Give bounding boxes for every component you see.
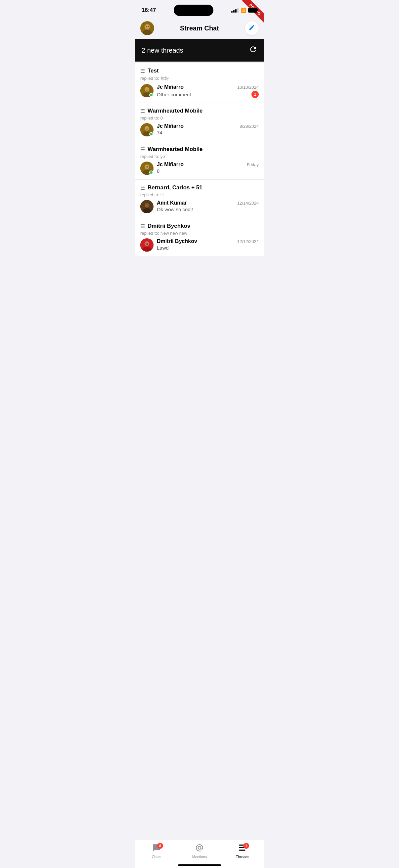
thread-channel-row: ☰ Bernard, Carlos + 51 (140, 184, 259, 191)
channel-name: Test (147, 67, 159, 74)
thread-channel-row: ☰ Dmitrii Bychkov (140, 223, 259, 229)
sender-row: Jc Miñarro 10/10/2024 (157, 84, 259, 90)
thread-item[interactable]: ☰ Test replied to: 你好 (135, 63, 264, 103)
svg-point-25 (147, 205, 148, 205)
channel-icon: ☰ (140, 146, 145, 153)
sender-name: Jc Miñarro (157, 84, 184, 90)
message-preview: Other comment (157, 92, 191, 97)
message-date: Friday (247, 162, 259, 167)
avatar-container (140, 161, 154, 175)
svg-point-14 (145, 128, 146, 128)
message-preview: 8 (157, 168, 160, 174)
svg-point-15 (147, 128, 148, 128)
sender-row: Jc Miñarro Friday (157, 161, 259, 167)
refresh-icon (249, 45, 257, 56)
new-threads-banner[interactable]: 2 new threads (135, 39, 264, 62)
thread-channel-row: ☰ Test (140, 67, 259, 74)
wifi-icon: 📶 (240, 8, 246, 13)
thread-item[interactable]: ☰ Bernard, Carlos + 51 replied to: Hi (135, 180, 264, 218)
sender-row: Jc Miñarro 8/28/2024 (157, 123, 259, 129)
svg-point-5 (148, 26, 148, 27)
message-date: 8/28/2024 (239, 124, 259, 129)
message-date: 10/10/2024 (237, 85, 259, 90)
svg-point-20 (147, 166, 148, 167)
avatar-container (140, 238, 154, 252)
message-preview: 74 (157, 130, 162, 135)
message-content: Jc Miñarro 8/28/2024 74 (157, 123, 259, 136)
avatar-container (140, 123, 154, 136)
message-row: Jc Miñarro 8/28/2024 74 (140, 123, 259, 136)
message-row: Dmitrii Bychkov 12/12/2024 Lawd (140, 238, 259, 252)
sender-row: Amit Kumar 12/14/2024 (157, 200, 259, 206)
thread-list: ☰ Test replied to: 你好 (135, 63, 264, 256)
message-preview: Ok wow so cool! (157, 207, 193, 212)
pencil-icon (248, 24, 255, 32)
message-date: 12/12/2024 (237, 239, 259, 244)
channel-name: Dmitrii Bychkov (147, 223, 190, 229)
channel-name: Warmhearted Mobile (147, 146, 203, 153)
nav-header: Stream Chat (135, 19, 264, 39)
replied-to: replied to: Hi (140, 192, 259, 197)
svg-point-24 (145, 205, 146, 205)
replied-to: replied to: New new new (140, 231, 259, 236)
message-content: Jc Miñarro Friday 8 (157, 161, 259, 174)
status-time: 16:47 (142, 7, 156, 13)
sender-row: Dmitrii Bychkov 12/12/2024 (157, 238, 259, 244)
replied-to: replied to: yo (140, 154, 259, 159)
svg-point-9 (145, 89, 146, 89)
online-indicator (149, 93, 153, 97)
online-indicator (149, 170, 153, 175)
svg-point-7 (144, 87, 149, 92)
main-content: 2 new threads ☰ Test replied to: 你好 (135, 39, 264, 286)
thread-channel-row: ☰ Warmhearted Mobile (140, 146, 259, 153)
signal-icon (231, 8, 238, 12)
compose-button[interactable] (245, 21, 259, 35)
message-row: Jc Miñarro Friday 8 (140, 161, 259, 175)
svg-point-12 (144, 126, 149, 131)
online-indicator (149, 132, 153, 136)
message-content: Dmitrii Bychkov 12/12/2024 Lawd (157, 238, 259, 251)
svg-point-27 (144, 241, 149, 246)
thread-item[interactable]: ☰ Dmitrii Bychkov replied to: New new ne… (135, 218, 264, 256)
channel-name: Bernard, Carlos + 51 (147, 184, 202, 191)
battery-icon (248, 8, 257, 12)
channel-icon: ☰ (140, 68, 145, 74)
svg-point-19 (145, 166, 146, 167)
message-row: Amit Kumar 12/14/2024 Ok wow so cool! (140, 200, 259, 213)
sender-name: Dmitrii Bychkov (157, 238, 197, 244)
new-threads-text: 2 new threads (142, 47, 183, 54)
dynamic-island (174, 5, 213, 16)
svg-point-10 (147, 89, 148, 89)
channel-icon: ☰ (140, 223, 145, 229)
sender-avatar (140, 200, 154, 213)
svg-point-17 (144, 164, 149, 169)
svg-point-4 (146, 26, 146, 27)
user-avatar[interactable] (140, 21, 154, 35)
sender-avatar (140, 238, 154, 252)
sender-name: Jc Miñarro (157, 161, 184, 167)
message-row: Jc Miñarro 10/10/2024 Other comment 1 (140, 84, 259, 98)
status-icons: 📶 (231, 8, 257, 13)
channel-icon: ☰ (140, 108, 145, 114)
page-title: Stream Chat (180, 25, 219, 32)
replied-to: replied to: 你好 (140, 75, 259, 82)
avatar-container (140, 84, 154, 97)
avatar-container (140, 200, 154, 213)
message-content: Jc Miñarro 10/10/2024 Other comment 1 (157, 84, 259, 98)
status-bar: 16:47 📶 (135, 0, 264, 19)
channel-name: Warmhearted Mobile (147, 107, 203, 114)
svg-point-30 (147, 243, 148, 244)
thread-channel-row: ☰ Warmhearted Mobile (140, 107, 259, 114)
unread-badge: 1 (252, 91, 259, 98)
replied-to: replied to: 0 (140, 116, 259, 121)
message-preview: Lawd (157, 245, 169, 251)
sender-name: Amit Kumar (157, 200, 187, 206)
message-date: 12/14/2024 (237, 200, 259, 206)
channel-icon: ☰ (140, 185, 145, 191)
sender-name: Jc Miñarro (157, 123, 184, 129)
thread-item[interactable]: ☰ Warmhearted Mobile replied to: 0 (135, 103, 264, 142)
svg-point-29 (145, 243, 146, 244)
message-content: Amit Kumar 12/14/2024 Ok wow so cool! (157, 200, 259, 213)
thread-item[interactable]: ☰ Warmhearted Mobile replied to: yo (135, 142, 264, 180)
